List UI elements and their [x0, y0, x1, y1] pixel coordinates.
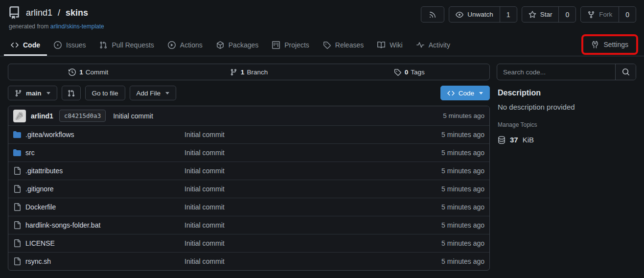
- file-name: LICENSE: [25, 239, 55, 247]
- tab-wiki[interactable]: Wiki: [370, 35, 409, 56]
- tab-activity-label: Activity: [429, 41, 450, 49]
- fork-icon: [587, 11, 595, 19]
- tab-actions[interactable]: Actions: [161, 35, 209, 56]
- description-heading: Description: [498, 89, 635, 97]
- file-commit-time: 5 minutes ago: [441, 221, 484, 229]
- compare-icon: [68, 90, 75, 97]
- file-link[interactable]: .gitattributes: [13, 167, 184, 175]
- add-file-label: Add File: [137, 90, 161, 97]
- tab-releases[interactable]: Releases: [316, 35, 370, 56]
- file-link[interactable]: src: [13, 149, 184, 157]
- file-commit-message[interactable]: Initial commit: [184, 203, 441, 211]
- repo-title: arlind1 / skins: [8, 6, 104, 19]
- fork-label: Fork: [599, 11, 612, 18]
- file-commit-time: 5 minutes ago: [441, 131, 484, 139]
- pulse-icon: [416, 41, 424, 49]
- file-row: .gitattributes Initial commit 5 minutes …: [8, 162, 489, 180]
- eye-icon: [456, 11, 463, 19]
- forks-count[interactable]: 0: [619, 7, 636, 22]
- file-link[interactable]: .gitignore: [13, 185, 184, 193]
- commit-author-link[interactable]: arlind1: [31, 112, 53, 120]
- commit-sha-link[interactable]: c84215d0a3: [59, 110, 106, 122]
- file-commit-message[interactable]: Initial commit: [184, 167, 441, 175]
- tab-issues[interactable]: Issues: [47, 35, 92, 56]
- file-name: hardlink-songs-folder.bat: [25, 221, 100, 229]
- commits-stat[interactable]: 1 Commit: [8, 64, 169, 80]
- repo-size-value: 37: [510, 136, 518, 144]
- pull-request-icon: [99, 41, 107, 49]
- file-name: rsync.sh: [25, 257, 51, 265]
- file-commit-time: 5 minutes ago: [441, 239, 484, 247]
- description-text: No description provided: [498, 103, 635, 111]
- database-icon: [498, 136, 506, 144]
- repo-action-buttons: Unwatch 1 Star 0 Fork 0: [421, 6, 636, 23]
- folder-icon: [13, 131, 21, 139]
- file-commit-message[interactable]: Initial commit: [184, 221, 441, 229]
- code-download-button[interactable]: Code: [440, 86, 490, 100]
- tab-code[interactable]: Code: [4, 35, 47, 56]
- file-link[interactable]: hardlink-songs-folder.bat: [13, 221, 184, 229]
- file-link[interactable]: rsync.sh: [13, 257, 184, 265]
- file-icon: [13, 185, 21, 193]
- file-commit-message[interactable]: Initial commit: [184, 149, 441, 157]
- add-file-button[interactable]: Add File: [130, 86, 177, 100]
- compare-branches-button[interactable]: [62, 86, 81, 100]
- star-button[interactable]: Star: [522, 7, 559, 22]
- rss-button[interactable]: [421, 6, 444, 23]
- unwatch-button[interactable]: Unwatch: [449, 7, 500, 22]
- tab-packages[interactable]: Packages: [209, 35, 265, 56]
- file-icon: [13, 167, 21, 175]
- unwatch-label: Unwatch: [467, 11, 493, 18]
- repo-sidebar: Description No description provided Mana…: [497, 64, 636, 144]
- commit-time: 5 minutes ago: [443, 112, 484, 119]
- tab-projects[interactable]: Projects: [265, 35, 316, 56]
- branch-selector[interactable]: main: [8, 86, 57, 100]
- file-name: src: [25, 149, 35, 157]
- manage-topics-link[interactable]: Manage Topics: [498, 121, 635, 128]
- project-board-icon: [272, 41, 280, 49]
- file-row: .gitignore Initial commit 5 minutes ago: [8, 180, 489, 198]
- chevron-down-icon: [165, 92, 169, 94]
- search-input[interactable]: [497, 64, 615, 80]
- avatar[interactable]: [13, 110, 26, 122]
- tags-stat[interactable]: 0 Tags: [329, 64, 489, 80]
- repo-stats-bar: 1 Commit 1 Branch 0 Tags: [8, 64, 490, 80]
- file-commit-message[interactable]: Initial commit: [184, 257, 441, 265]
- repo-name-link[interactable]: skins: [66, 8, 88, 18]
- file-name: Dockerfile: [25, 203, 56, 211]
- file-link[interactable]: LICENSE: [13, 239, 184, 247]
- file-link[interactable]: .gitea/workflows: [13, 131, 184, 139]
- book-icon: [377, 41, 385, 49]
- go-to-file-button[interactable]: Go to file: [85, 86, 125, 100]
- branches-stat[interactable]: 1 Branch: [169, 64, 329, 80]
- latest-commit-row: arlind1 c84215d0a3 Initial commit 5 minu…: [8, 106, 489, 125]
- watchers-count[interactable]: 1: [500, 7, 517, 22]
- file-commit-time: 5 minutes ago: [441, 257, 484, 265]
- tab-actions-label: Actions: [180, 41, 203, 49]
- template-repo-link[interactable]: arlind/skins-template: [50, 23, 104, 30]
- tab-settings-label: Settings: [603, 41, 628, 48]
- file-commit-message[interactable]: Initial commit: [184, 131, 441, 139]
- tab-settings[interactable]: Settings: [583, 36, 636, 53]
- file-commit-time: 5 minutes ago: [441, 149, 484, 157]
- stars-count[interactable]: 0: [558, 7, 575, 22]
- file-name: .gitignore: [25, 185, 54, 193]
- tab-activity[interactable]: Activity: [410, 35, 457, 56]
- repo-size-unit: KiB: [523, 136, 534, 144]
- tab-code-label: Code: [23, 41, 40, 49]
- rss-icon: [421, 7, 444, 22]
- tab-pull-requests[interactable]: Pull Requests: [92, 35, 161, 56]
- repo-owner-link[interactable]: arlind1: [26, 8, 52, 18]
- branches-label: Branch: [247, 69, 268, 76]
- folder-icon: [13, 149, 21, 157]
- commit-message-link[interactable]: Initial commit: [113, 112, 153, 120]
- code-toolbar: main Go to file Add File Code: [8, 86, 490, 100]
- file-link[interactable]: Dockerfile: [13, 203, 184, 211]
- file-commit-message[interactable]: Initial commit: [184, 185, 441, 193]
- file-icon: [13, 257, 21, 265]
- fork-button[interactable]: Fork: [581, 7, 619, 22]
- repo-separator: /: [58, 8, 60, 18]
- file-commit-message[interactable]: Initial commit: [184, 239, 441, 247]
- search-button[interactable]: [615, 64, 636, 80]
- file-name: .gitea/workflows: [25, 131, 74, 139]
